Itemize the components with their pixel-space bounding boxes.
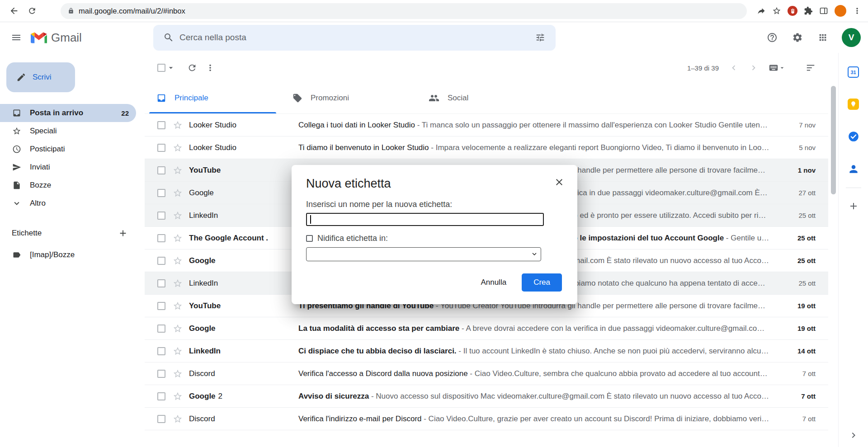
search-icon[interactable] <box>158 27 179 48</box>
label-name-input[interactable] <box>306 213 544 226</box>
search-options-icon[interactable] <box>529 27 551 48</box>
tag-icon <box>292 93 302 103</box>
sidebar-item-inbox[interactable]: Posta in arrivo 22 <box>0 104 136 122</box>
email-checkbox[interactable] <box>157 234 165 242</box>
star-toggle-icon[interactable] <box>173 369 183 379</box>
browser-profile-avatar[interactable] <box>835 5 846 17</box>
email-row[interactable]: Looker Studio Collega i tuoi dati in Loo… <box>145 114 828 136</box>
star-toggle-icon[interactable] <box>173 120 183 130</box>
email-row[interactable]: LinkedIn Ci dispiace che tu abbia deciso… <box>145 340 828 362</box>
url-text: mail.google.com/mail/u/2/#inbox <box>79 7 185 15</box>
select-all-checkbox[interactable] <box>157 64 165 72</box>
sidebar-item-sent[interactable]: Inviati <box>0 158 136 176</box>
add-label-button[interactable] <box>118 228 128 238</box>
close-icon[interactable] <box>554 177 565 188</box>
email-checkbox[interactable] <box>157 279 165 287</box>
label-tag-icon <box>12 250 22 259</box>
browser-reload-button[interactable] <box>24 3 40 19</box>
star-toggle-icon[interactable] <box>173 256 183 266</box>
parent-label-select[interactable] <box>306 247 541 261</box>
sidebar-item-drafts[interactable]: Bozze <box>0 176 136 194</box>
tab-promozioni[interactable]: Promozioni <box>281 83 417 113</box>
email-checkbox[interactable] <box>157 144 165 152</box>
side-panel-icon[interactable] <box>819 6 828 15</box>
star-toggle-icon[interactable] <box>173 324 183 334</box>
sidebar-label-imap-bozze[interactable]: [Imap]/Bozze <box>0 246 136 264</box>
compose-button[interactable]: Scrivi <box>6 62 75 92</box>
email-row[interactable]: Looker Studio Ti diamo il benvenuto in L… <box>145 136 828 159</box>
email-checkbox[interactable] <box>157 415 165 423</box>
star-toggle-icon[interactable] <box>173 143 183 153</box>
refresh-button[interactable] <box>187 63 197 73</box>
reading-pane-button[interactable] <box>806 63 816 73</box>
search-input[interactable] <box>179 33 529 42</box>
collapse-side-panel-icon[interactable] <box>839 430 868 441</box>
dropdown-caret-icon <box>778 64 786 71</box>
input-tools-button[interactable] <box>769 63 786 73</box>
tasks-icon[interactable] <box>848 131 859 142</box>
email-subject: Verifica l'accesso a Discord dalla nuova… <box>298 369 468 378</box>
email-checkbox[interactable] <box>157 392 165 400</box>
select-dropdown-icon[interactable] <box>166 63 175 72</box>
star-toggle-icon[interactable] <box>173 278 183 288</box>
star-toggle-icon[interactable] <box>173 346 183 356</box>
tab-principale[interactable]: Principale <box>145 83 281 113</box>
sidebar-item-starred[interactable]: Speciali <box>0 122 136 140</box>
email-date: 7 ott <box>780 392 816 400</box>
sidebar-item-more[interactable]: Altro <box>0 194 136 212</box>
email-checkbox[interactable] <box>157 212 165 220</box>
browser-menu-icon[interactable] <box>853 6 862 15</box>
keep-icon[interactable] <box>848 99 859 110</box>
email-checkbox[interactable] <box>157 121 165 129</box>
nest-label-checkbox[interactable] <box>306 235 313 242</box>
account-avatar[interactable]: V <box>842 28 861 47</box>
contacts-icon[interactable] <box>848 163 859 175</box>
tab-social[interactable]: Social <box>417 83 553 113</box>
email-row[interactable]: Discord Verifica l'accesso a Discord dal… <box>145 362 828 385</box>
star-toggle-icon[interactable] <box>173 188 183 198</box>
separator: - <box>415 121 422 129</box>
cancel-button[interactable]: Annulla <box>481 278 506 287</box>
help-button[interactable] <box>761 27 783 48</box>
email-checkbox[interactable] <box>157 257 165 265</box>
get-addons-icon[interactable] <box>848 201 859 212</box>
star-toggle-icon[interactable] <box>173 211 183 221</box>
share-icon[interactable] <box>757 6 766 15</box>
email-sender: LinkedIn <box>189 347 293 356</box>
calendar-icon[interactable]: 31 <box>848 66 859 78</box>
next-page-button[interactable] <box>749 63 759 73</box>
star-toggle-icon[interactable] <box>173 391 183 401</box>
gmail-logo[interactable]: Gmail <box>31 31 82 45</box>
star-toggle-icon[interactable] <box>173 233 183 243</box>
adblock-icon[interactable] <box>788 6 797 16</box>
email-checkbox[interactable] <box>157 347 165 355</box>
email-row[interactable]: Google La tua modalità di accesso sta pe… <box>145 317 828 340</box>
address-bar[interactable]: mail.google.com/mail/u/2/#inbox <box>61 3 747 19</box>
create-button[interactable]: Crea <box>522 273 562 292</box>
main-menu-button[interactable] <box>5 27 27 48</box>
sidebar-item-snoozed[interactable]: Posticipati <box>0 140 136 158</box>
extensions-puzzle-icon[interactable] <box>804 6 813 15</box>
scrollbar-thumb[interactable] <box>831 86 836 194</box>
email-checkbox[interactable] <box>157 302 165 310</box>
star-toggle-icon[interactable] <box>173 301 183 311</box>
list-toolbar: 1–39 di 39 <box>145 53 828 83</box>
email-date: 14 ott <box>780 347 816 355</box>
inbox-icon <box>12 108 22 118</box>
email-checkbox[interactable] <box>157 325 165 333</box>
settings-button[interactable] <box>787 27 808 48</box>
more-options-button[interactable] <box>205 63 215 73</box>
email-checkbox[interactable] <box>157 166 165 174</box>
prev-page-button[interactable] <box>729 63 739 73</box>
browser-back-button[interactable] <box>6 3 22 19</box>
google-apps-button[interactable] <box>812 27 834 48</box>
email-subject: Verifica l'indirizzo e-mail per Discord <box>298 414 422 423</box>
bookmark-star-icon[interactable] <box>772 6 781 15</box>
email-checkbox[interactable] <box>157 189 165 197</box>
email-row[interactable]: Discord Verifica l'indirizzo e-mail per … <box>145 408 828 430</box>
email-checkbox[interactable] <box>157 370 165 378</box>
labels-section-header: Etichette <box>0 224 136 242</box>
star-toggle-icon[interactable] <box>173 165 183 175</box>
star-toggle-icon[interactable] <box>173 414 183 424</box>
email-row[interactable]: Google2 Avviso di sicurezza - Nuovo acce… <box>145 385 828 408</box>
